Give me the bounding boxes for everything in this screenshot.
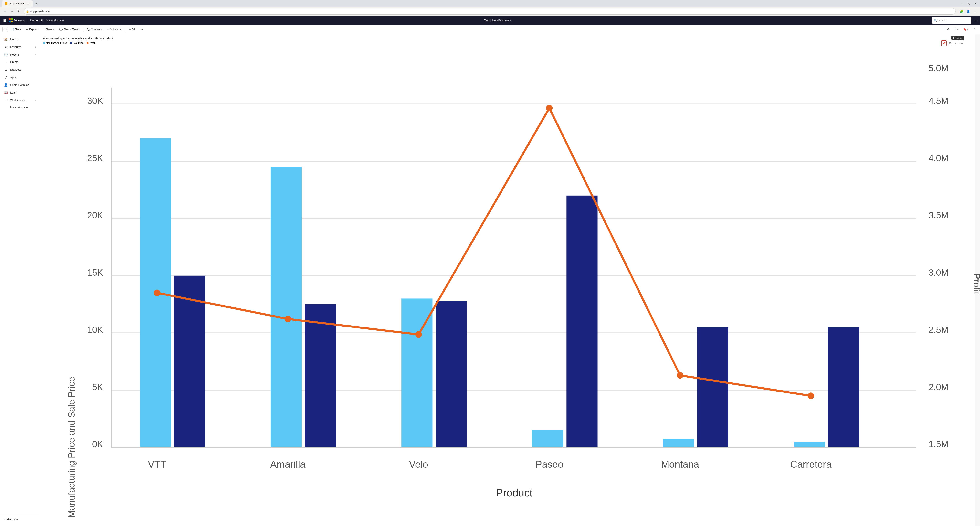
reset-button[interactable]: ↺ (945, 27, 951, 32)
waffle-menu-button[interactable]: ⊞ (2, 18, 7, 23)
svg-text:5K: 5K (92, 382, 103, 392)
chart-svg: Manufacturing Price and Sale Price Profi… (43, 47, 972, 521)
refresh-button[interactable]: ↻ (16, 9, 22, 14)
address-bar[interactable]: 🔒 app.powerbi.com (24, 8, 956, 14)
workspaces-chevron-icon: › (35, 99, 36, 102)
get-data-button[interactable]: ↑ Get data (0, 516, 40, 523)
microsoft-logo (9, 18, 13, 22)
profit-dot-velo (415, 331, 422, 338)
bookmark-icon: 🔖 (963, 28, 966, 31)
svg-text:30K: 30K (87, 96, 103, 106)
reset-icon: ↺ (947, 28, 949, 31)
forward-button[interactable]: → (10, 9, 15, 14)
edit-icon: ✏ (129, 28, 131, 31)
tab-close-button[interactable]: ✕ (27, 2, 30, 5)
subscribe-label: Subscribe (110, 28, 121, 31)
sidebar-item-shared[interactable]: 👤 Shared with me (0, 81, 40, 89)
datasets-icon: ⊞ (4, 68, 8, 72)
legend-profit: Profit (87, 41, 95, 45)
profit-dot-amarilla (285, 316, 291, 322)
favorite-button[interactable]: ☆ (971, 27, 978, 32)
header-search[interactable]: 🔍 Search (932, 17, 971, 24)
toolbar-separator-2 (125, 27, 125, 32)
profit-dot-montana (677, 372, 683, 379)
bar-paseo-sale (566, 196, 597, 447)
sidebar-home-label: Home (10, 38, 18, 41)
sidebar-item-apps[interactable]: ⬡ Apps (0, 73, 40, 81)
chat-in-teams-button[interactable]: 💬 Chat in Teams (57, 27, 82, 32)
file-chevron-icon: ▾ (20, 28, 21, 31)
xlabel-carretera: Carretera (790, 459, 832, 470)
edit-button[interactable]: ✏ Edit (127, 27, 138, 32)
share-label: Share (46, 28, 52, 31)
sidebar-item-myworkspace[interactable]: My workspace › (0, 104, 40, 111)
comment-label: Comment (91, 28, 102, 31)
env-label: Non-Business (492, 19, 509, 22)
bookmark-button[interactable]: 🔖 ▾ (961, 27, 970, 32)
export-button[interactable]: ↔ Export ▾ (24, 27, 41, 32)
header-center: Test | Non-Business ▾ (66, 19, 930, 22)
close-window-button[interactable]: ✕ (973, 1, 978, 6)
chart-legend: Manufacturing Price Sale Price Profit (43, 41, 972, 45)
workspace-label[interactable]: My workspace (46, 19, 64, 22)
report-title: Test (484, 19, 489, 22)
manufacturing-legend-label: Manufacturing Price (46, 41, 67, 45)
header-more-button[interactable]: ··· (975, 18, 978, 22)
chat-label: Chat in Teams (64, 28, 80, 31)
back-button[interactable]: ← (2, 9, 8, 14)
browser-nav: ← → ↻ 🔒 app.powerbi.com 🧩 👤 ⋯ (0, 7, 980, 16)
home-icon: 🏠 (4, 37, 8, 41)
favorites-icon: ★ (4, 45, 8, 49)
sidebar-learn-label: Learn (10, 91, 17, 94)
sidebar-item-recent[interactable]: 🕐 Recent › (0, 51, 40, 58)
visual-export-icon: ⤢ (955, 41, 957, 45)
chart-title: Manufacturing Price, Sale Price and Prof… (43, 37, 972, 40)
visual-filter-button[interactable]: ▽ (947, 40, 953, 46)
subscribe-button[interactable]: ✉ Subscribe (105, 27, 123, 32)
visual-more-button[interactable]: ··· (959, 40, 964, 46)
sidebar-recent-label: Recent (10, 53, 19, 56)
browser-more-button[interactable]: ⋯ (972, 9, 978, 14)
restore-button[interactable]: ⧉ (967, 1, 972, 6)
bar-amarilla-manufacturing (270, 167, 302, 447)
sidebar-myworkspace-label: My workspace (10, 106, 28, 109)
minimize-button[interactable]: ─ (960, 1, 966, 6)
file-button[interactable]: 📄 File ▾ (9, 27, 23, 32)
bar-velo-sale (436, 301, 467, 447)
sidebar-item-create[interactable]: + Create (0, 58, 40, 66)
legend-sale: Sale Price (70, 41, 84, 45)
environment-selector[interactable]: Non-Business ▾ (492, 19, 511, 22)
bar-amarilla-sale (305, 304, 336, 448)
svg-rect-3 (11, 21, 13, 22)
share-icon: ↑ (44, 28, 45, 31)
fullscreen-icon: ⛶ (954, 28, 956, 31)
extensions-button[interactable]: 🧩 (959, 9, 964, 14)
expand-sidebar-button[interactable]: ≫ (2, 27, 8, 32)
toolbar-more-button[interactable]: ··· (139, 27, 145, 32)
sidebar-item-datasets[interactable]: ⊞ Datasets (0, 66, 40, 73)
create-icon: + (4, 60, 8, 64)
fullscreen-button[interactable]: ⛶ ▾ (952, 27, 961, 32)
share-button[interactable]: ↑ Share ▾ (41, 27, 57, 32)
comment-button[interactable]: 💬 Comment (85, 27, 104, 32)
teams-icon: 💬 (59, 28, 63, 31)
sidebar-item-home[interactable]: 🏠 Home (0, 35, 40, 43)
svg-text:20K: 20K (87, 210, 103, 220)
profile-button[interactable]: 👤 (966, 9, 971, 14)
sidebar-item-learn[interactable]: 📖 Learn (0, 89, 40, 96)
sidebar-item-favorites[interactable]: ★ Favorites › (0, 43, 40, 51)
new-tab-button[interactable]: + (33, 1, 39, 6)
browser-tab[interactable]: Test - Power BI ✕ (2, 0, 33, 7)
sidebar-shared-label: Shared with me (10, 83, 29, 86)
visual-export-button[interactable]: ⤢ (953, 40, 958, 46)
tab-title: Test - Power BI (9, 2, 25, 5)
svg-text:10K: 10K (87, 325, 103, 335)
myworkspace-chevron-icon: › (35, 106, 36, 109)
toolbar-more-icon: ··· (141, 28, 143, 31)
sidebar-item-workspaces[interactable]: 🗂 Workspaces › (0, 96, 40, 104)
report-toolbar: ≫ 📄 File ▾ ↔ Export ▾ ↑ Share ▾ 💬 Chat i… (0, 25, 980, 34)
pin-visual-button[interactable]: 📌 (941, 40, 947, 46)
svg-text:15K: 15K (87, 268, 103, 277)
visual-more-icon: ··· (960, 41, 963, 45)
filters-label: Filters (976, 276, 979, 283)
